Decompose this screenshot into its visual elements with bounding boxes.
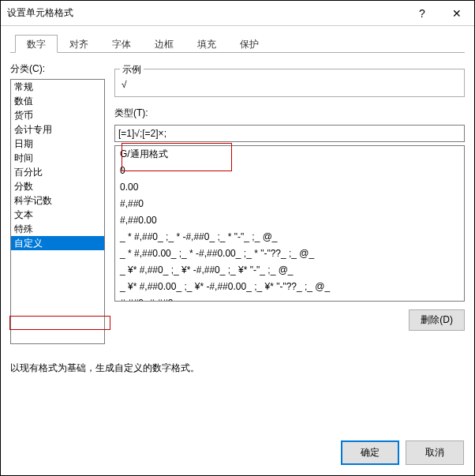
category-item[interactable]: 数值 [11, 94, 104, 108]
format-item[interactable]: G/通用格式 [115, 146, 464, 163]
category-item[interactable]: 百分比 [11, 165, 104, 179]
sample-value: √ [122, 74, 458, 90]
format-item[interactable]: #,##0 [115, 196, 464, 212]
format-item[interactable]: _ * #,##0_ ;_ * -#,##0_ ;_ * "-"_ ;_ @_ [115, 229, 464, 245]
category-item[interactable]: 日期 [11, 137, 104, 151]
tab-bar: 数字对齐字体边框填充保护 [10, 34, 465, 53]
dialog-footer: 确定 取消 [341, 440, 464, 465]
tab-对齐[interactable]: 对齐 [58, 35, 100, 53]
hint-text: 以现有格式为基础，生成自定义的数字格式。 [10, 362, 465, 375]
cancel-button[interactable]: 取消 [406, 440, 464, 465]
format-item[interactable]: 0 [115, 163, 464, 179]
category-item[interactable]: 货币 [11, 108, 104, 122]
sample-label: 示例 [120, 63, 144, 77]
tab-边框[interactable]: 边框 [143, 35, 185, 53]
category-item[interactable]: 特殊 [11, 222, 104, 236]
tab-填充[interactable]: 填充 [185, 35, 228, 53]
close-button[interactable]: ✕ [439, 1, 474, 26]
category-item[interactable]: 常规 [11, 80, 104, 94]
format-list[interactable]: G/通用格式00.00#,##0#,##0.00_ * #,##0_ ;_ * … [114, 145, 465, 302]
window-title: 设置单元格格式 [7, 6, 405, 20]
ok-button[interactable]: 确定 [341, 440, 399, 465]
dialog-content: 数字对齐字体边框填充保护 分类(C): 常规数值货币会计专用日期时间百分比分数科… [1, 26, 474, 375]
format-item[interactable]: _ * #,##0.00_ ;_ * -#,##0.00_ ;_ * "-"??… [115, 245, 464, 262]
titlebar: 设置单元格格式 ? ✕ [1, 1, 474, 26]
category-item[interactable]: 科学记数 [11, 193, 104, 208]
type-input[interactable] [114, 125, 465, 142]
category-item[interactable]: 分数 [11, 179, 104, 193]
help-button[interactable]: ? [405, 1, 439, 26]
delete-button[interactable]: 删除(D) [409, 309, 465, 331]
format-item[interactable]: _ ¥* #,##0_ ;_ ¥* -#,##0_ ;_ ¥* "-"_ ;_ … [115, 262, 464, 279]
category-item[interactable]: 自定义 [11, 236, 104, 250]
format-item[interactable]: #,##0.00 [115, 212, 464, 229]
format-item[interactable]: #,##0;-#,##0 [115, 295, 464, 302]
sample-box: 示例 √ [114, 69, 465, 97]
category-label: 分类(C): [10, 62, 105, 76]
format-item[interactable]: 0.00 [115, 179, 464, 196]
category-item[interactable]: 文本 [11, 208, 104, 222]
category-item[interactable]: 会计专用 [11, 122, 104, 137]
tab-数字[interactable]: 数字 [15, 35, 58, 53]
category-item[interactable]: 时间 [11, 151, 104, 165]
format-item[interactable]: _ ¥* #,##0.00_ ;_ ¥* -#,##0.00_ ;_ ¥* "-… [115, 279, 464, 295]
tab-保护[interactable]: 保护 [228, 35, 271, 53]
tab-字体[interactable]: 字体 [100, 35, 143, 53]
category-list[interactable]: 常规数值货币会计专用日期时间百分比分数科学记数文本特殊自定义 [10, 79, 105, 344]
type-label: 类型(T): [114, 107, 465, 120]
